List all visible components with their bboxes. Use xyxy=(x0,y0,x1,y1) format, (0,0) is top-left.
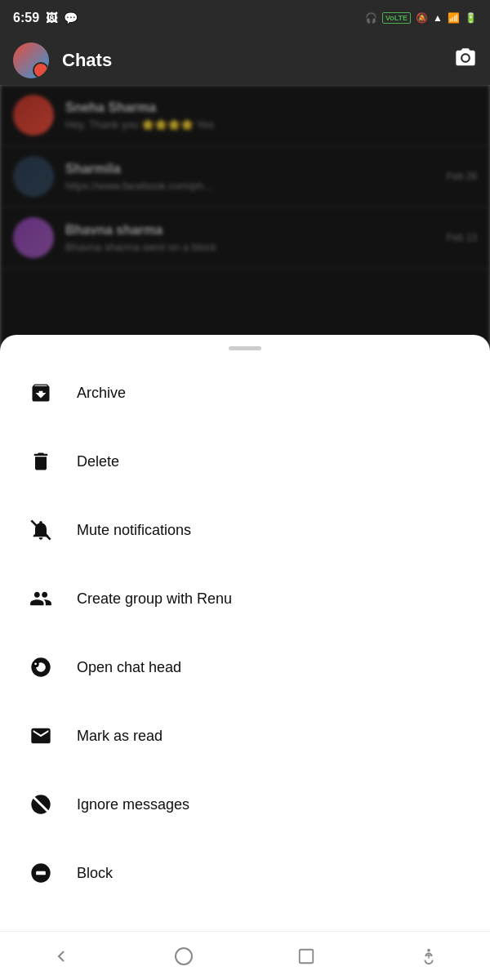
menu-item-archive[interactable]: Archive xyxy=(0,359,490,427)
bottom-sheet: Archive Delete Mute notifications Create… xyxy=(0,335,490,980)
mute-icon: 🔕 xyxy=(416,12,428,24)
open-chat-head-label: Open chat head xyxy=(77,659,181,676)
battery-icon: 🔋 xyxy=(465,12,477,24)
drag-handle[interactable] xyxy=(229,346,261,350)
time-display: 6:59 xyxy=(13,11,39,25)
bottom-nav xyxy=(0,931,490,980)
home-button[interactable] xyxy=(163,936,204,977)
mute-label: Mute notifications xyxy=(77,522,191,539)
archive-label: Archive xyxy=(77,385,126,402)
menu-item-mute[interactable]: Mute notifications xyxy=(0,496,490,564)
user-avatar[interactable] xyxy=(13,42,49,78)
menu-item-ignore[interactable]: Ignore messages xyxy=(0,770,490,839)
archive-icon xyxy=(24,376,57,409)
volte-badge: VoLTE xyxy=(382,12,411,24)
camera-button[interactable] xyxy=(454,47,477,74)
chat-head-icon xyxy=(24,651,57,684)
menu-item-create-group[interactable]: Create group with Renu xyxy=(0,564,490,633)
svg-point-11 xyxy=(427,948,430,951)
menu-item-mark-as-read[interactable]: Mark as read xyxy=(0,702,490,770)
ignore-label: Ignore messages xyxy=(77,796,189,813)
block-label: Block xyxy=(77,865,113,882)
headphone-icon: 🎧 xyxy=(365,12,377,24)
signal-icon: 📶 xyxy=(448,12,460,24)
svg-point-9 xyxy=(176,948,192,964)
back-button[interactable] xyxy=(41,936,82,977)
mark-read-icon xyxy=(24,719,57,752)
status-left: 6:59 🖼 💬 xyxy=(13,11,78,25)
messenger-icon: 💬 xyxy=(64,11,78,24)
menu-item-block[interactable]: Block xyxy=(0,839,490,907)
status-bar: 6:59 🖼 💬 🎧 VoLTE 🔕 ▲ 📶 🔋 xyxy=(0,0,490,36)
app-title: Chats xyxy=(62,50,454,71)
delete-icon xyxy=(24,445,57,478)
wifi-icon: ▲ xyxy=(433,12,443,24)
recents-button[interactable] xyxy=(286,936,327,977)
menu-item-open-chat-head[interactable]: Open chat head xyxy=(0,633,490,702)
svg-rect-10 xyxy=(300,949,314,963)
mute-notifications-icon xyxy=(24,514,57,546)
group-icon xyxy=(24,582,57,615)
block-icon xyxy=(24,857,57,889)
create-group-label: Create group with Renu xyxy=(77,590,232,608)
mark-as-read-label: Mark as read xyxy=(77,728,163,745)
svg-rect-8 xyxy=(36,871,46,875)
status-right: 🎧 VoLTE 🔕 ▲ 📶 🔋 xyxy=(365,12,477,24)
gallery-icon: 🖼 xyxy=(46,11,57,24)
delete-label: Delete xyxy=(77,453,119,470)
app-header: Chats xyxy=(0,36,490,85)
ignore-icon xyxy=(24,788,57,821)
menu-item-delete[interactable]: Delete xyxy=(0,427,490,496)
accessibility-button[interactable] xyxy=(408,936,449,977)
svg-point-4 xyxy=(34,663,37,666)
